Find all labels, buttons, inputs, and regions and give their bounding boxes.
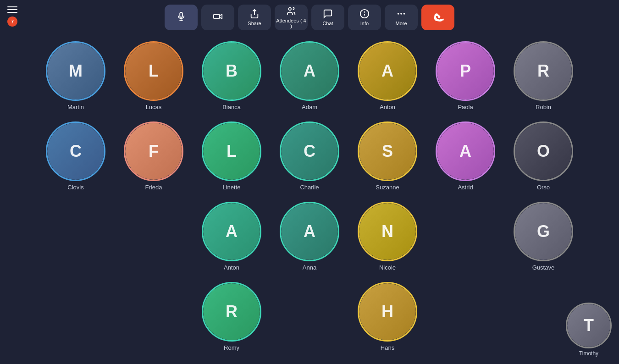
participant-nicole[interactable]: NNicole xyxy=(351,202,424,277)
attendees-button[interactable]: Attendees ( 4 ) xyxy=(275,5,308,30)
participant-name-lucas: Lucas xyxy=(146,104,162,110)
avatar-wrap-robin: R xyxy=(514,41,573,101)
toolbar: Share Attendees ( 4 ) Chat Info xyxy=(0,0,619,34)
participant-robin[interactable]: RRobin xyxy=(507,41,580,117)
participant-frieda[interactable]: FFrieda xyxy=(117,121,190,197)
participant-charlie[interactable]: CCharlie xyxy=(273,121,346,197)
corner-participant[interactable]: T Timothy xyxy=(566,303,612,357)
avatar-face-robin: R xyxy=(515,43,572,99)
participants-grid: MMartinLLucasBBiancaAAdamAAntonPPaolaRRo… xyxy=(9,41,610,359)
mic-button[interactable] xyxy=(165,5,198,30)
end-call-button[interactable] xyxy=(421,5,454,30)
participant-bianca[interactable]: BBianca xyxy=(195,41,268,117)
participant-anton1[interactable]: AAnton xyxy=(351,41,424,117)
participant-martin[interactable]: MMartin xyxy=(39,41,112,117)
participant-name-frieda: Frieda xyxy=(145,184,162,191)
participant-anton2[interactable]: AAnton xyxy=(195,202,268,277)
svg-point-5 xyxy=(289,7,292,10)
avatar-face-anna: A xyxy=(281,203,338,260)
avatar-face-lucas: L xyxy=(125,43,182,99)
participant-orso[interactable]: OOrso xyxy=(507,121,580,197)
avatar-face-charlie: C xyxy=(281,123,338,180)
participant-name-paola: Paola xyxy=(458,104,473,110)
avatar-wrap-suzanne: S xyxy=(358,121,417,181)
participant-adam[interactable]: AAdam xyxy=(273,41,346,117)
participant-name-nicole: Nicole xyxy=(379,264,396,271)
video-button[interactable] xyxy=(201,5,234,30)
avatar-wrap-astrid: A xyxy=(436,121,495,181)
avatar-wrap-anton2: A xyxy=(202,202,261,261)
avatar-wrap-martin: M xyxy=(46,41,105,101)
avatar-face-astrid: A xyxy=(437,123,494,180)
avatar-face-linette: L xyxy=(203,123,260,180)
avatar-face-gustave: G xyxy=(515,203,572,260)
mic-icon xyxy=(176,11,186,22)
avatar-face-anton2: A xyxy=(203,203,260,260)
participant-clovis[interactable]: CClovis xyxy=(39,121,112,197)
participant-name-bianca: Bianca xyxy=(222,104,241,110)
participant-name-romy: Romy xyxy=(224,344,239,351)
participant-name-hans: Hans xyxy=(381,344,394,351)
avatar-face-romy: R xyxy=(203,283,260,340)
participant-gustave[interactable]: GGustave xyxy=(507,202,580,277)
participant-name-charlie: Charlie xyxy=(300,184,319,191)
participant-name-timothy: Timothy xyxy=(579,350,598,357)
share-icon xyxy=(249,9,260,19)
avatar-wrap-bianca: B xyxy=(202,41,261,101)
participant-name-robin: Robin xyxy=(536,104,551,110)
avatar-face-bianca: B xyxy=(203,43,260,99)
avatar-face-anton1: A xyxy=(359,43,416,99)
participant-linette[interactable]: LLinette xyxy=(195,121,268,197)
info-button[interactable]: Info xyxy=(348,5,381,30)
participant-anna[interactable]: AAnna xyxy=(273,202,346,277)
participant-romy[interactable]: RRomy xyxy=(195,282,268,358)
participant-astrid[interactable]: AAstrid xyxy=(429,121,502,197)
avatar-face-frieda: F xyxy=(125,123,182,180)
avatar-wrap-charlie: C xyxy=(280,121,339,181)
svg-rect-0 xyxy=(180,12,182,17)
svg-point-10 xyxy=(400,13,402,15)
share-label: Share xyxy=(248,21,261,26)
avatar-wrap-hans: H xyxy=(358,282,417,342)
participant-name-anna: Anna xyxy=(303,264,316,271)
avatar-face-martin: M xyxy=(47,43,104,99)
avatar-wrap-lucas: L xyxy=(124,41,183,101)
avatar-wrap-linette: L xyxy=(202,121,261,181)
participant-name-martin: Martin xyxy=(67,104,84,110)
participant-name-gustave: Gustave xyxy=(532,264,554,271)
info-icon xyxy=(359,9,370,19)
svg-rect-3 xyxy=(214,14,220,18)
avatar-face-suzanne: S xyxy=(359,123,416,180)
avatar-face-adam: A xyxy=(281,43,338,99)
chat-button[interactable]: Chat xyxy=(311,5,344,30)
more-button[interactable]: More xyxy=(385,5,418,30)
avatar-wrap-paola: P xyxy=(436,41,495,101)
avatar-wrap-romy: R xyxy=(202,282,261,342)
avatar-wrap-adam: A xyxy=(280,41,339,101)
avatar-face-paola: P xyxy=(437,43,494,99)
avatar-wrap-orso: O xyxy=(514,121,573,181)
avatar-face-orso: O xyxy=(515,123,572,180)
participant-name-orso: Orso xyxy=(537,184,550,191)
avatar-wrap-anton1: A xyxy=(358,41,417,101)
avatar-wrap-anna: A xyxy=(280,202,339,261)
avatar-wrap-nicole: N xyxy=(358,202,417,261)
participant-paola[interactable]: PPaola xyxy=(429,41,502,117)
avatar-wrap-gustave: G xyxy=(514,202,573,261)
attendees-label: Attendees ( 4 ) xyxy=(275,18,308,29)
avatar-face-clovis: C xyxy=(47,123,104,180)
participant-name-anton2: Anton xyxy=(224,264,239,271)
share-button[interactable]: Share xyxy=(238,5,271,30)
participant-name-anton1: Anton xyxy=(380,104,395,110)
video-icon xyxy=(213,11,223,22)
chat-icon xyxy=(323,9,333,19)
svg-point-9 xyxy=(398,13,399,15)
participant-name-clovis: Clovis xyxy=(67,184,83,191)
avatar-face-timothy: T xyxy=(567,304,610,347)
participant-suzanne[interactable]: SSuzanne xyxy=(351,121,424,197)
participant-hans[interactable]: HHans xyxy=(351,282,424,358)
avatar-wrap-clovis: C xyxy=(46,121,105,181)
svg-point-11 xyxy=(403,13,405,15)
more-label: More xyxy=(395,21,407,26)
participant-lucas[interactable]: LLucas xyxy=(117,41,190,117)
